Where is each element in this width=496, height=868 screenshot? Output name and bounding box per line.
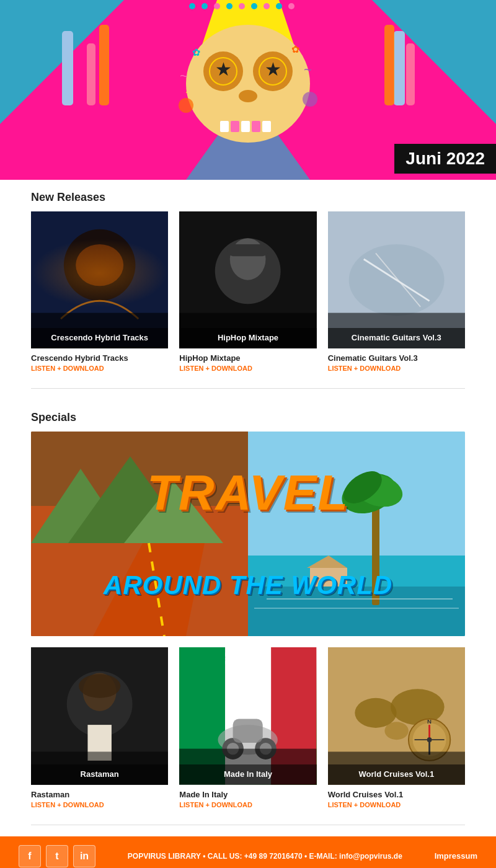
specials-grid: ✦ POPVIRUS Rastaman Rastaman LISTEN + DO… bbox=[0, 647, 496, 819]
travel-banner-inner: TRAVEL AROUND THE WORLD bbox=[31, 432, 465, 636]
svg-rect-46 bbox=[227, 244, 268, 256]
svg-point-37 bbox=[179, 98, 193, 113]
album-title-hiphop: HipHop Mixtape bbox=[179, 353, 316, 363]
svg-rect-22 bbox=[220, 121, 229, 132]
album-thumb-cinematic[interactable]: ✦ POPVIRUS Cinematic Guitars Vol.3 bbox=[328, 211, 465, 348]
svg-rect-32 bbox=[87, 43, 95, 105]
album-card-cinematic: ✦ POPVIRUS Cinematic Guitars Vol.3 Cinem… bbox=[328, 211, 465, 372]
album-card-hiphop: ✦ POPVIRUS HipHop Mixtape HipHop Mixtape… bbox=[179, 211, 316, 372]
album-title-rastaman: Rastaman bbox=[31, 790, 168, 799]
album-card-rastaman: ✦ POPVIRUS Rastaman Rastaman LISTEN + DO… bbox=[31, 647, 168, 808]
album-thumb-hiphop[interactable]: ✦ POPVIRUS HipHop Mixtape bbox=[179, 211, 316, 348]
svg-point-19 bbox=[210, 58, 237, 85]
around-text: AROUND THE WORLD bbox=[104, 570, 392, 600]
svg-point-9 bbox=[239, 3, 245, 9]
album-overlay-hiphop: HipHop Mixtape bbox=[179, 328, 316, 348]
divider-1 bbox=[31, 388, 465, 389]
linkedin-button[interactable]: in bbox=[73, 845, 95, 867]
new-releases-grid: ✦ POPVIRUS Crescendo Hybrid Tracks Cresc… bbox=[0, 211, 496, 383]
album-overlay-world: World Cruises Vol.1 bbox=[328, 764, 465, 785]
album-link-world[interactable]: LISTEN + DOWNLOAD bbox=[328, 801, 465, 808]
svg-text:~: ~ bbox=[180, 68, 188, 84]
travel-text: TRAVEL bbox=[147, 464, 349, 521]
svg-point-96 bbox=[427, 738, 432, 743]
svg-point-8 bbox=[226, 3, 232, 9]
svg-point-21 bbox=[239, 90, 257, 102]
svg-point-38 bbox=[303, 92, 317, 107]
album-title-italy: Made In Italy bbox=[179, 790, 316, 799]
album-overlay-cinematic: Cinematic Guitars Vol.3 bbox=[328, 328, 465, 348]
album-card-crescendo: ✦ POPVIRUS Crescendo Hybrid Tracks Cresc… bbox=[31, 211, 168, 372]
facebook-button[interactable]: f bbox=[19, 845, 41, 867]
svg-point-90 bbox=[384, 722, 408, 740]
svg-point-74 bbox=[79, 675, 120, 698]
svg-rect-34 bbox=[394, 31, 405, 105]
album-overlay-rastaman: Rastaman bbox=[31, 764, 168, 785]
hero-banner: ★ ★ ~ ~ ✿ ✿ bbox=[0, 0, 496, 180]
svg-rect-23 bbox=[231, 121, 239, 132]
footer: f t in POPVIRUS LIBRARY • CALL US: +49 8… bbox=[0, 836, 496, 868]
svg-point-5 bbox=[189, 3, 195, 9]
album-link-cinematic[interactable]: LISTEN + DOWNLOAD bbox=[328, 365, 465, 372]
album-title-world: World Cruises Vol.1 bbox=[328, 790, 465, 799]
svg-point-41 bbox=[76, 244, 123, 286]
date-badge: Juni 2022 bbox=[394, 144, 496, 174]
svg-text:✿: ✿ bbox=[291, 44, 299, 55]
svg-point-7 bbox=[214, 3, 220, 9]
specials-title: Specials bbox=[0, 400, 496, 432]
svg-rect-36 bbox=[384, 25, 394, 105]
svg-point-20 bbox=[259, 58, 286, 85]
divider-2 bbox=[31, 825, 465, 825]
album-title-crescendo: Crescendo Hybrid Tracks bbox=[31, 353, 168, 363]
svg-rect-31 bbox=[62, 31, 73, 105]
svg-rect-85 bbox=[233, 719, 263, 743]
svg-rect-35 bbox=[406, 43, 415, 105]
svg-text:~: ~ bbox=[304, 62, 312, 78]
svg-rect-26 bbox=[262, 121, 271, 132]
album-overlay-italy: Made In Italy bbox=[179, 764, 316, 785]
footer-info: POPVIRUS LIBRARY • CALL US: +49 89 72016… bbox=[95, 852, 435, 861]
album-thumb-world[interactable]: ✦ POPVIRUS N World Cruises Vol.1 bbox=[328, 647, 465, 784]
svg-point-13 bbox=[288, 3, 294, 9]
album-link-italy[interactable]: LISTEN + DOWNLOAD bbox=[179, 801, 316, 808]
travel-banner[interactable]: TRAVEL AROUND THE WORLD bbox=[31, 432, 465, 636]
svg-text:✿: ✿ bbox=[192, 47, 200, 58]
svg-text:N: N bbox=[427, 719, 432, 725]
svg-point-10 bbox=[251, 3, 257, 9]
album-card-italy: ✦ POPVIRUS Made In Italy Made In Italy L… bbox=[179, 647, 316, 808]
album-link-rastaman[interactable]: LISTEN + DOWNLOAD bbox=[31, 801, 168, 808]
album-link-hiphop[interactable]: LISTEN + DOWNLOAD bbox=[179, 365, 316, 372]
svg-point-12 bbox=[276, 3, 282, 9]
svg-rect-24 bbox=[241, 121, 250, 132]
album-overlay-crescendo: Crescendo Hybrid Tracks bbox=[31, 328, 168, 348]
svg-point-11 bbox=[264, 3, 270, 9]
album-link-crescendo[interactable]: LISTEN + DOWNLOAD bbox=[31, 365, 168, 372]
album-thumb-crescendo[interactable]: ✦ POPVIRUS Crescendo Hybrid Tracks bbox=[31, 211, 168, 348]
impressum-link[interactable]: Impressum bbox=[435, 851, 477, 861]
footer-social: f t in bbox=[19, 845, 95, 867]
album-title-cinematic: Cinematic Guitars Vol.3 bbox=[328, 353, 465, 363]
album-thumb-italy[interactable]: ✦ POPVIRUS Made In Italy bbox=[179, 647, 316, 784]
svg-point-6 bbox=[202, 3, 208, 9]
new-releases-title: New Releases bbox=[0, 180, 496, 211]
album-thumb-rastaman[interactable]: ✦ POPVIRUS Rastaman bbox=[31, 647, 168, 784]
svg-rect-25 bbox=[252, 121, 260, 132]
svg-rect-33 bbox=[99, 25, 109, 105]
svg-point-40 bbox=[64, 229, 135, 301]
twitter-button[interactable]: t bbox=[46, 845, 68, 867]
album-card-world: ✦ POPVIRUS N World Cruises Vol.1 bbox=[328, 647, 465, 808]
